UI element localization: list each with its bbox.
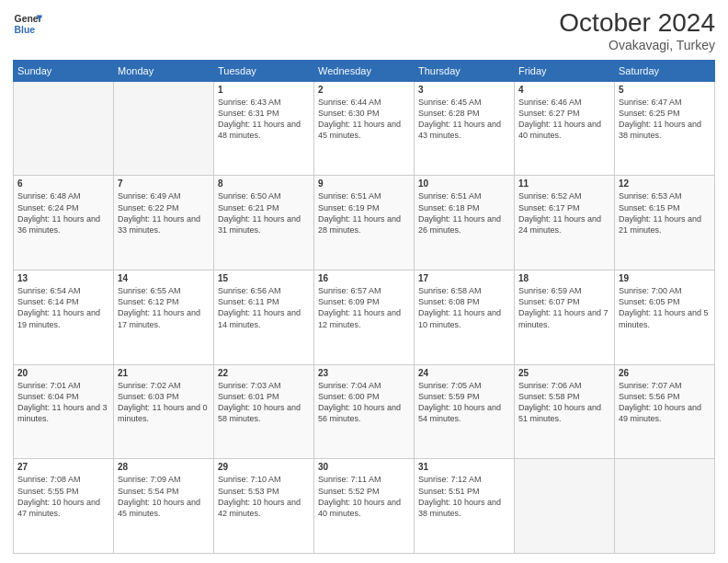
header-friday: Friday [515,60,615,81]
day-number: 4 [518,85,610,95]
table-row: 13Sunrise: 6:54 AMSunset: 6:14 PMDayligh… [14,270,114,365]
day-info: Sunrise: 6:50 AMSunset: 6:21 PMDaylight:… [218,190,310,236]
table-row: 20Sunrise: 7:01 AMSunset: 6:04 PMDayligh… [14,364,114,459]
day-info: Sunrise: 7:08 AMSunset: 5:55 PMDaylight:… [17,474,109,519]
header-sunday: Sunday [14,60,114,81]
table-row: 2Sunrise: 6:44 AMSunset: 6:30 PMDaylight… [314,81,415,176]
day-info: Sunrise: 6:55 AMSunset: 6:12 PMDaylight:… [118,285,210,330]
table-row: 18Sunrise: 6:59 AMSunset: 6:07 PMDayligh… [515,270,615,365]
day-info: Sunrise: 6:49 AMSunset: 6:22 PMDaylight:… [118,190,210,236]
calendar-page: General Blue October 2024 Ovakavagi, Tur… [0,0,728,563]
table-row: 14Sunrise: 6:55 AMSunset: 6:12 PMDayligh… [114,270,214,365]
table-row: 17Sunrise: 6:58 AMSunset: 6:08 PMDayligh… [415,270,515,365]
day-info: Sunrise: 7:09 AMSunset: 5:54 PMDaylight:… [118,474,210,519]
day-info: Sunrise: 7:01 AMSunset: 6:04 PMDaylight:… [17,380,109,425]
table-row: 10Sunrise: 6:51 AMSunset: 6:18 PMDayligh… [415,176,515,270]
day-info: Sunrise: 6:56 AMSunset: 6:11 PMDaylight:… [218,285,310,330]
day-number: 9 [318,178,410,189]
table-row: 9Sunrise: 6:51 AMSunset: 6:19 PMDaylight… [314,176,415,270]
table-row: 15Sunrise: 6:56 AMSunset: 6:11 PMDayligh… [214,270,314,365]
day-info: Sunrise: 6:46 AMSunset: 6:27 PMDaylight:… [518,97,610,142]
day-number: 25 [518,368,610,378]
day-number: 29 [218,462,310,472]
table-row: 26Sunrise: 7:07 AMSunset: 5:56 PMDayligh… [615,364,715,459]
month-title: October 2024 [559,9,715,38]
day-number: 6 [17,178,109,189]
day-info: Sunrise: 6:54 AMSunset: 6:14 PMDaylight:… [17,285,109,330]
day-number: 22 [218,368,310,378]
day-info: Sunrise: 6:59 AMSunset: 6:07 PMDaylight:… [518,285,610,330]
day-info: Sunrise: 7:05 AMSunset: 5:59 PMDaylight:… [418,380,510,425]
day-number: 17 [418,273,510,283]
table-row: 28Sunrise: 7:09 AMSunset: 5:54 PMDayligh… [114,459,214,554]
svg-text:Blue: Blue [15,25,36,35]
day-number: 20 [17,368,109,378]
day-number: 14 [118,273,210,283]
day-info: Sunrise: 7:02 AMSunset: 6:03 PMDaylight:… [118,380,210,425]
day-info: Sunrise: 6:47 AMSunset: 6:25 PMDaylight:… [619,97,711,142]
header-monday: Monday [114,60,214,81]
day-number: 24 [418,368,510,378]
table-row [515,459,615,554]
day-number: 16 [318,273,410,283]
day-info: Sunrise: 6:53 AMSunset: 6:15 PMDaylight:… [619,190,711,236]
table-row: 21Sunrise: 7:02 AMSunset: 6:03 PMDayligh… [114,364,214,459]
day-number: 27 [17,462,109,472]
day-number: 21 [118,368,210,378]
header-tuesday: Tuesday [214,60,314,81]
table-row: 8Sunrise: 6:50 AMSunset: 6:21 PMDaylight… [214,176,314,270]
table-row: 31Sunrise: 7:12 AMSunset: 5:51 PMDayligh… [415,459,515,554]
day-info: Sunrise: 7:00 AMSunset: 6:05 PMDaylight:… [619,285,711,330]
table-row: 27Sunrise: 7:08 AMSunset: 5:55 PMDayligh… [14,459,114,554]
day-number: 19 [619,273,711,283]
table-row: 23Sunrise: 7:04 AMSunset: 6:00 PMDayligh… [314,364,415,459]
day-number: 31 [418,462,510,472]
day-number: 13 [17,273,109,283]
day-info: Sunrise: 6:45 AMSunset: 6:28 PMDaylight:… [418,97,510,142]
day-number: 10 [418,178,510,189]
day-number: 2 [318,85,410,95]
calendar-table: Sunday Monday Tuesday Wednesday Thursday… [13,60,715,554]
table-row: 19Sunrise: 7:00 AMSunset: 6:05 PMDayligh… [615,270,715,365]
calendar-week-row: 1Sunrise: 6:43 AMSunset: 6:31 PMDaylight… [14,81,715,176]
day-info: Sunrise: 7:04 AMSunset: 6:00 PMDaylight:… [318,380,410,425]
header-saturday: Saturday [615,60,715,81]
logo: General Blue [13,9,42,39]
calendar-week-row: 27Sunrise: 7:08 AMSunset: 5:55 PMDayligh… [14,459,715,554]
day-number: 11 [518,178,610,189]
day-info: Sunrise: 6:48 AMSunset: 6:24 PMDaylight:… [17,190,109,236]
table-row: 3Sunrise: 6:45 AMSunset: 6:28 PMDaylight… [415,81,515,176]
day-info: Sunrise: 7:11 AMSunset: 5:52 PMDaylight:… [318,474,410,519]
header-wednesday: Wednesday [314,60,415,81]
day-number: 15 [218,273,310,283]
table-row: 7Sunrise: 6:49 AMSunset: 6:22 PMDaylight… [114,176,214,270]
day-number: 26 [619,368,711,378]
table-row: 29Sunrise: 7:10 AMSunset: 5:53 PMDayligh… [214,459,314,554]
day-number: 7 [118,178,210,189]
table-row [14,81,114,176]
header-thursday: Thursday [415,60,515,81]
table-row [114,81,214,176]
day-info: Sunrise: 7:03 AMSunset: 6:01 PMDaylight:… [218,380,310,425]
day-info: Sunrise: 7:06 AMSunset: 5:58 PMDaylight:… [518,380,610,425]
table-row: 4Sunrise: 6:46 AMSunset: 6:27 PMDaylight… [515,81,615,176]
logo-icon: General Blue [13,9,42,39]
calendar-week-row: 13Sunrise: 6:54 AMSunset: 6:14 PMDayligh… [14,270,715,365]
table-row: 30Sunrise: 7:11 AMSunset: 5:52 PMDayligh… [314,459,415,554]
day-info: Sunrise: 7:07 AMSunset: 5:56 PMDaylight:… [619,380,711,425]
table-row: 24Sunrise: 7:05 AMSunset: 5:59 PMDayligh… [415,364,515,459]
table-row: 5Sunrise: 6:47 AMSunset: 6:25 PMDaylight… [615,81,715,176]
table-row: 1Sunrise: 6:43 AMSunset: 6:31 PMDaylight… [214,81,314,176]
day-info: Sunrise: 6:43 AMSunset: 6:31 PMDaylight:… [218,97,310,142]
table-row: 12Sunrise: 6:53 AMSunset: 6:15 PMDayligh… [615,176,715,270]
calendar-week-row: 20Sunrise: 7:01 AMSunset: 6:04 PMDayligh… [14,364,715,459]
day-info: Sunrise: 6:58 AMSunset: 6:08 PMDaylight:… [418,285,510,330]
day-info: Sunrise: 7:12 AMSunset: 5:51 PMDaylight:… [418,474,510,519]
day-info: Sunrise: 6:52 AMSunset: 6:17 PMDaylight:… [518,190,610,236]
day-number: 18 [518,273,610,283]
day-number: 5 [619,85,711,95]
day-number: 1 [218,85,310,95]
table-row: 22Sunrise: 7:03 AMSunset: 6:01 PMDayligh… [214,364,314,459]
table-row: 6Sunrise: 6:48 AMSunset: 6:24 PMDaylight… [14,176,114,270]
day-info: Sunrise: 6:44 AMSunset: 6:30 PMDaylight:… [318,97,410,142]
